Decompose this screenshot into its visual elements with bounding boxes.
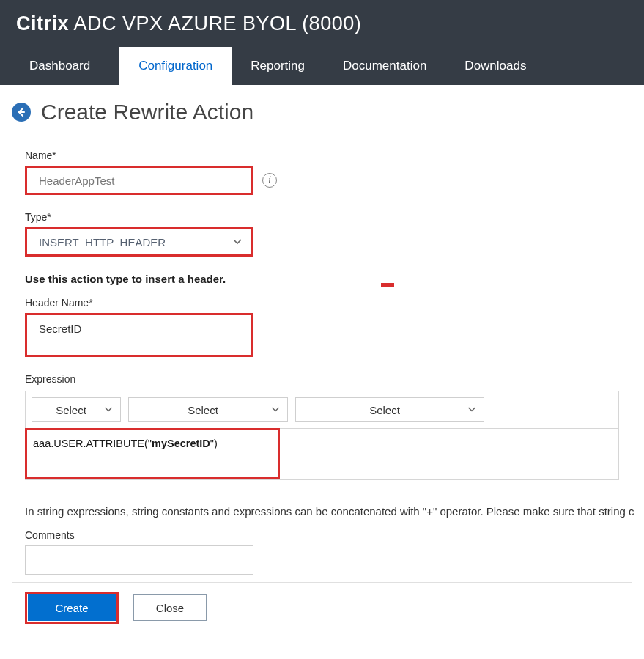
brand: Citrix ADC VPX AZURE BYOL (8000) (16, 12, 361, 35)
tab-dashboard[interactable]: Dashboard (0, 47, 119, 85)
chevron-down-icon (271, 407, 280, 413)
page-header: Create Rewrite Action (12, 100, 632, 125)
chevron-down-icon (232, 238, 243, 246)
tab-reporting[interactable]: Reporting (232, 47, 324, 85)
header-name-value: SecretID (39, 323, 81, 335)
back-button[interactable] (12, 103, 31, 122)
brand-subtitle: ADC VPX AZURE BYOL (8000) (69, 12, 361, 34)
create-button[interactable]: Create (28, 594, 116, 621)
name-input[interactable]: HeaderAppTest (25, 166, 253, 195)
arrow-left-icon (16, 107, 26, 117)
header-name-label: Header Name* (25, 297, 619, 309)
page-content: Create Rewrite Action Name* HeaderAppTes… (0, 85, 644, 646)
tab-configuration[interactable]: Configuration (119, 47, 232, 85)
main-nav: Dashboard Configuration Reporting Docume… (0, 47, 644, 85)
type-value: INSERT_HTTP_HEADER (39, 236, 166, 248)
expression-editor: Select Select Select aaa.USER.ATTRIBUTE(… (25, 391, 619, 480)
expression-toolbar: Select Select Select (26, 391, 618, 429)
comments-input[interactable] (25, 545, 253, 575)
expression-select-1[interactable]: Select (32, 397, 121, 422)
header-name-input[interactable]: SecretID (25, 313, 253, 357)
close-button[interactable]: Close (133, 594, 207, 621)
top-bar: Citrix ADC VPX AZURE BYOL (8000) (0, 0, 644, 47)
comments-label: Comments (25, 529, 619, 541)
expr-pre: aaa.USER.ATTRIBUTE(" (33, 438, 152, 449)
expr-mid: mySecretID (152, 438, 210, 449)
expression-label: Expression (25, 373, 619, 385)
type-hint: Use this action type to insert a header. (25, 273, 619, 285)
chevron-down-icon (467, 407, 476, 413)
tab-documentation[interactable]: Documentation (324, 47, 445, 85)
red-marker (381, 283, 394, 287)
expr-post: ") (210, 438, 218, 449)
chevron-down-icon (104, 407, 113, 413)
expression-select-2[interactable]: Select (128, 397, 288, 422)
expression-input[interactable]: aaa.USER.ATTRIBUTE("mySecretID") (25, 428, 280, 479)
brand-name: Citrix (16, 12, 69, 34)
tab-downloads[interactable]: Downloads (445, 47, 545, 85)
expression-help-text: In string expressions, string constants … (25, 505, 619, 518)
expression-select-3[interactable]: Select (295, 397, 484, 422)
type-label: Type* (25, 211, 619, 223)
page-title: Create Rewrite Action (41, 100, 253, 125)
name-label: Name* (25, 150, 619, 161)
info-icon[interactable]: i (262, 173, 277, 188)
type-select[interactable]: INSERT_HTTP_HEADER (25, 227, 253, 257)
form: Name* HeaderAppTest i Type* INSERT_HTTP_… (12, 141, 632, 575)
footer-actions: Create Close (12, 582, 632, 633)
